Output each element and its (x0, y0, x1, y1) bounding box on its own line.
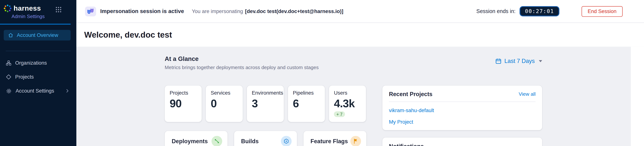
module-card-builds[interactable]: Builds (234, 131, 297, 146)
stat-label: Services (210, 90, 238, 96)
glance-subtitle: Metrics brings together deployments acro… (165, 65, 319, 71)
project-link[interactable]: My Project (389, 119, 536, 125)
module-title: Builds (241, 138, 259, 145)
stat-label: Projects (170, 90, 197, 96)
recent-projects-panel: Recent Projects View all vikram-sahu-def… (382, 85, 542, 130)
impersonation-title: Impersonation session is active (100, 8, 184, 14)
harness-admin-dashboard: harness Admin Settings Account Overview (0, 0, 644, 146)
project-link[interactable]: vikram-sahu-default (389, 108, 536, 113)
stat-card-services[interactable]: Services 0 (206, 85, 243, 122)
sidebar: harness Admin Settings Account Overview (0, 0, 76, 146)
sidebar-item-label: Account Overview (17, 32, 58, 38)
session-ends-label: Session ends in: (476, 8, 516, 14)
deployments-icon (212, 136, 222, 146)
stat-label: Pipelines (293, 90, 320, 96)
chevron-right-icon (65, 88, 70, 93)
admin-settings-label: Admin Settings (12, 14, 71, 19)
projects-icon (6, 74, 12, 80)
sidebar-item-organizations[interactable]: Organizations (0, 56, 76, 70)
stat-card-users[interactable]: Users 4.3k + 7 (329, 85, 366, 122)
calendar-icon (496, 58, 502, 64)
stats-row: Projects 90 Services 0 Environments 3 Pi… (165, 85, 366, 122)
date-range-select[interactable]: Last 7 Days (496, 57, 542, 65)
sidebar-item-account-overview[interactable]: Account Overview (4, 30, 71, 40)
stat-value: 3 (252, 98, 279, 110)
glance-title: At a Glance (165, 55, 319, 62)
sidebar-item-account-settings[interactable]: Account Settings (0, 84, 76, 98)
stat-card-projects[interactable]: Projects 90 (165, 85, 202, 122)
builds-icon (281, 136, 292, 146)
home-icon (8, 32, 14, 38)
recent-projects-title: Recent Projects (389, 91, 432, 97)
page-title: Welcome, dev.doc test (84, 30, 172, 40)
end-session-button[interactable]: End Session (582, 6, 623, 17)
stat-label: Environments (252, 90, 279, 96)
harness-logo-icon (3, 4, 12, 13)
stat-card-environments[interactable]: Environments 3 (247, 85, 284, 122)
impersonation-masks-icon (85, 6, 96, 16)
session-timer: 00:27:01 (520, 6, 559, 16)
impersonation-subtitle: You are impersonating (192, 8, 243, 14)
divider (389, 101, 536, 102)
module-card-deployments[interactable]: Deployments (165, 131, 228, 146)
date-range-value: Last 7 Days (504, 58, 535, 64)
users-delta-badge: + 7 (334, 111, 345, 117)
stat-label: Users (334, 90, 361, 96)
organizations-icon (6, 60, 12, 66)
glance-header: At a Glance Metrics brings together depl… (165, 55, 542, 71)
sidebar-header: harness Admin Settings (0, 0, 71, 25)
chevron-down-icon (539, 60, 542, 62)
stat-value: 6 (293, 98, 320, 110)
sidebar-item-projects[interactable]: Projects (0, 70, 76, 84)
sidebar-nav: Account Overview Organizations (0, 30, 76, 98)
feature-flags-icon (350, 136, 361, 146)
sidebar-divider (6, 51, 71, 51)
stat-value: 0 (210, 98, 238, 110)
main-content: At a Glance Metrics brings together depl… (76, 47, 644, 146)
sidebar-item-label: Projects (15, 74, 34, 80)
gear-icon (6, 88, 12, 94)
stat-value: 90 (170, 98, 197, 110)
module-title: Deployments (172, 138, 208, 145)
module-card-feature-flags[interactable]: Feature Flags (304, 131, 366, 146)
modules-row: Deployments Builds (165, 131, 366, 146)
stat-value: 4.3k (334, 98, 361, 110)
apps-grid-icon[interactable] (56, 6, 62, 14)
module-title: Feature Flags (310, 138, 348, 145)
vertical-scrollbar[interactable] (631, 47, 644, 146)
stat-card-pipelines[interactable]: Pipelines 6 (288, 85, 325, 122)
sidebar-item-label: Organizations (15, 60, 47, 66)
notifications-title: Notifications (389, 143, 424, 146)
view-all-link[interactable]: View all (518, 91, 536, 97)
impersonated-user: [dev.doc test(dev.doc+test@harness.io)] (245, 8, 343, 14)
welcome-band: Welcome, dev.doc test (76, 23, 644, 47)
notifications-panel: Notifications (382, 138, 542, 146)
brand-name: harness (14, 4, 41, 12)
impersonation-banner: Impersonation session is active You are … (76, 0, 644, 23)
sidebar-item-label: Account Settings (16, 88, 54, 94)
